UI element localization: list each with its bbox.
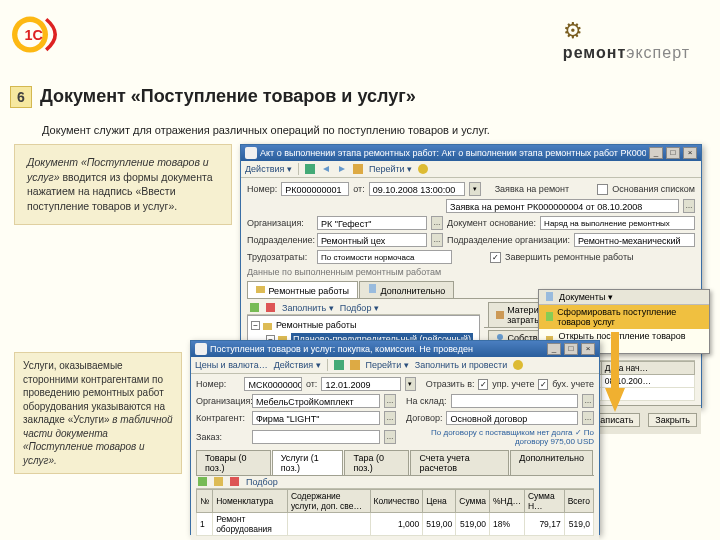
- gear-icon: ⚙: [563, 18, 584, 43]
- delete-icon[interactable]: [230, 477, 240, 487]
- labor-field[interactable]: По стоимости нормочаса сотрудника: [317, 250, 452, 264]
- window-act-title: Акт о выполнении этапа ремонтных работ: …: [260, 148, 646, 158]
- deal-dropdown-icon[interactable]: …: [582, 411, 594, 425]
- actions-menu[interactable]: Действия ▾: [245, 164, 292, 174]
- receipt-number-field[interactable]: МСК00000001: [244, 377, 302, 391]
- form-icon: [195, 343, 207, 355]
- minimize-button[interactable]: _: [547, 343, 561, 355]
- post-icon[interactable]: [353, 164, 363, 174]
- edit-icon[interactable]: [214, 477, 224, 487]
- close-button[interactable]: ×: [683, 147, 697, 159]
- receipt-date-field[interactable]: 12.01.2009 17:40:40: [321, 377, 401, 391]
- tab-additional[interactable]: Дополнительно: [359, 281, 454, 298]
- window-act-toolbar: Действия ▾ Перейти ▾: [241, 161, 701, 178]
- date-picker-icon[interactable]: ▾: [405, 377, 416, 391]
- doc-icon: [545, 292, 555, 302]
- contractor-field[interactable]: Фирма "LIGHT": [252, 411, 380, 425]
- svg-point-5: [418, 164, 428, 174]
- act-unitorg-field[interactable]: Ремонтно-механический цех: [574, 233, 695, 247]
- contractor-dropdown-icon[interactable]: …: [384, 411, 396, 425]
- svg-rect-14: [496, 311, 504, 319]
- tab-accounts[interactable]: Счета учета расчетов: [410, 450, 509, 475]
- svg-rect-23: [546, 312, 553, 321]
- unit-dropdown-icon[interactable]: …: [431, 233, 443, 247]
- services-grid[interactable]: №НоменклатураСодержание услуги, доп. све…: [196, 489, 594, 536]
- undo-icon[interactable]: [321, 164, 331, 174]
- fill-and-post-button[interactable]: Заполнить и провести: [415, 360, 507, 370]
- logo-1c: 1С: [12, 10, 66, 60]
- folder-icon: [256, 284, 266, 294]
- close-button[interactable]: ×: [581, 343, 595, 355]
- warehouse-dropdown-icon[interactable]: …: [582, 394, 594, 408]
- tab-repair-works[interactable]: Ремонтные работы: [247, 281, 358, 298]
- svg-text:1С: 1С: [25, 27, 43, 43]
- act-order-label: Заявка на ремонт: [495, 184, 570, 194]
- price-currency-button[interactable]: Цены и валюта…: [195, 360, 268, 370]
- help-icon[interactable]: [418, 164, 428, 174]
- grid-row: 1Ремонт оборудования1,000519,00519,0018%…: [197, 513, 594, 536]
- finish-checkbox[interactable]: ✓: [490, 252, 501, 263]
- popup-header[interactable]: Документы ▾: [539, 290, 709, 305]
- maximize-button[interactable]: □: [564, 343, 578, 355]
- save-icon[interactable]: [305, 164, 315, 174]
- post-icon[interactable]: [350, 360, 360, 370]
- svg-rect-29: [214, 477, 223, 486]
- org-dropdown-icon[interactable]: …: [384, 394, 396, 408]
- window-receipt: Поступления товаров и услуг: покупка, ко…: [190, 340, 600, 535]
- org-dropdown-icon[interactable]: …: [431, 216, 443, 230]
- act-org-field[interactable]: РК "Гефест": [317, 216, 427, 230]
- receipt-org-field[interactable]: МебельСтройКомплект завод: [252, 394, 380, 408]
- tree-expand-icon[interactable]: −: [251, 321, 260, 330]
- order-field[interactable]: [252, 430, 380, 444]
- goto-menu[interactable]: Перейти ▾: [366, 360, 409, 370]
- add-icon[interactable]: [250, 303, 260, 313]
- act-date-field[interactable]: 09.10.2008 13:00:00: [369, 182, 465, 196]
- maximize-button[interactable]: □: [666, 147, 680, 159]
- deal-field[interactable]: Основной договор: [446, 411, 578, 425]
- act-order-field[interactable]: Заявка на ремонт РК000000004 от 08.10.20…: [446, 199, 679, 213]
- delete-icon[interactable]: [266, 303, 276, 313]
- fin-accounting-checkbox[interactable]: ✓: [538, 379, 548, 390]
- order-dropdown-icon[interactable]: …: [384, 430, 396, 444]
- redo-icon[interactable]: [337, 164, 347, 174]
- svg-rect-9: [266, 303, 275, 312]
- svg-rect-4: [353, 164, 363, 174]
- pick-button[interactable]: Подбор: [246, 477, 278, 487]
- fill-menu[interactable]: Заполнить ▾: [282, 303, 334, 313]
- section-header: Данные по выполненным ремонтным работам: [247, 267, 695, 277]
- basis-list-checkbox[interactable]: [597, 184, 608, 195]
- minimize-button[interactable]: _: [649, 147, 663, 159]
- window-receipt-titlebar[interactable]: Поступления товаров и услуг: покупка, ко…: [191, 341, 599, 357]
- help-icon[interactable]: [513, 360, 523, 370]
- warehouse-field[interactable]: [451, 394, 578, 408]
- svg-rect-6: [256, 286, 265, 293]
- window-act-titlebar[interactable]: Акт о выполнении этапа ремонтных работ: …: [241, 145, 701, 161]
- svg-rect-25: [334, 360, 344, 370]
- slide-number: 6: [10, 86, 32, 108]
- add-icon[interactable]: [198, 477, 208, 487]
- docbase-field[interactable]: Наряд на выполнение ремонтных работ РК00…: [540, 216, 695, 230]
- cube-icon: [495, 310, 505, 320]
- save-icon[interactable]: [334, 360, 344, 370]
- popup-item-create-receipt[interactable]: Сформировать поступление товаров услуг: [539, 305, 709, 329]
- tab-tare[interactable]: Тара (0 поз.): [344, 450, 409, 475]
- close-button[interactable]: Закрыть: [648, 413, 697, 427]
- date-picker-icon[interactable]: ▾: [469, 182, 481, 196]
- tab-goods[interactable]: Товары (0 поз.): [196, 450, 271, 475]
- act-number-field[interactable]: РК000000001: [281, 182, 349, 196]
- mgmt-accounting-checkbox[interactable]: ✓: [478, 379, 488, 390]
- svg-point-27: [513, 360, 523, 370]
- window-receipt-title: Поступления товаров и услуг: покупка, ко…: [210, 344, 544, 354]
- act-number-label: Номер:: [247, 184, 277, 194]
- act-unit-field[interactable]: Ремонтный цех: [317, 233, 427, 247]
- tab-more[interactable]: Дополнительно: [510, 450, 593, 475]
- slide-description: Документ служит для отражения различных …: [42, 124, 490, 136]
- select-menu[interactable]: Подбор ▾: [340, 303, 379, 313]
- svg-rect-22: [546, 292, 553, 301]
- callout-note-1: Документ «Поступление товаров и услуг» в…: [14, 144, 232, 225]
- actions-menu[interactable]: Действия ▾: [274, 360, 321, 370]
- goto-menu[interactable]: Перейти ▾: [369, 164, 412, 174]
- credit-note: По договору с поставщиком нет долга ✓ По…: [400, 428, 594, 446]
- tab-services[interactable]: Услуги (1 поз.): [272, 450, 344, 475]
- order-dropdown-icon[interactable]: …: [683, 199, 695, 213]
